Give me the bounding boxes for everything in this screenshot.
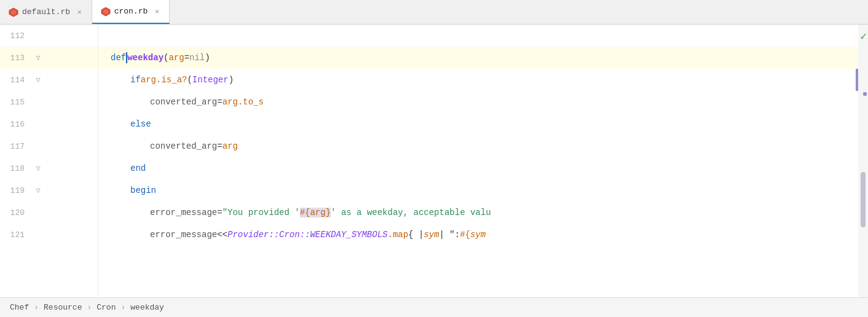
method-to-s: .to_s [238,97,264,107]
mod-provider-cron: Provider::Cron::WEEKDAY_SYMBOLS [227,230,387,240]
op-assign2: = [217,97,222,107]
gutter-row-112: 112 [0,25,98,47]
code-line-121: error_message << Provider::Cron::WEEKDAY… [98,224,858,246]
punct-paren3: ) [229,75,234,85]
line-num-116: 116 [0,120,32,129]
breadcrumb-chef: Chef [10,303,29,312]
scrollbar[interactable]: ✓ [858,25,868,297]
blk-sym2: sym [470,230,486,240]
breadcrumb-resource: Resource [44,303,82,312]
punct-paren-close: ) [205,53,210,63]
status-bar: Chef › Resource › Cron › weekday [0,297,868,317]
code-line-119: begin [98,179,858,202]
sep-3: › [120,303,125,312]
line-num-120: 120 [0,208,32,217]
gutter-icon-114: ▽ [32,76,44,85]
gutter-row-117: 117 [0,135,98,157]
code-line-115: converted_arg = arg.to_s [98,91,858,113]
var-error-message: error_message [150,208,217,217]
param-arg: arg [168,53,184,63]
code-line-112 [98,25,858,47]
line-num-115: 115 [0,98,32,107]
gutter-icon-119: ▽ [32,186,44,195]
code-line-114: if arg.is_a?(Integer) [98,69,858,91]
method-map: .map [387,230,408,240]
code-line-116: else [98,113,858,135]
gutter-row-115: 115 [0,91,98,113]
editor: 112 113 ▽ 114 ▽ 115 116 117 118 [0,25,868,297]
gutter-row-113: 113 ▽ [0,47,98,69]
scrollbar-thumb-1[interactable] [863,92,867,96]
code-lines: def weekday(arg = nil) if arg.is_a?(Inte… [98,25,858,246]
ruby-icon-2 [101,7,111,17]
sep-1: › [34,303,39,312]
param-arg-2: arg [141,75,156,85]
param-arg-3: arg [223,97,238,107]
var-converted-arg: converted_arg [150,97,217,107]
code-line-118: end [98,157,858,179]
op-assign3: = [217,141,222,151]
var-converted-arg2: converted_arg [150,141,217,151]
str-1: "You provided ' [223,208,300,217]
keyword-def: def [111,53,126,63]
code-line-120: error_message = "You provided '#{arg}' a… [98,202,858,224]
line-num-119: 119 [0,186,32,195]
punct-paren2: ( [187,75,192,85]
line-num-113: 113 [0,53,32,63]
keyword-else: else [130,119,151,129]
gutter-row-120: 120 [0,202,98,224]
breadcrumb-weekday: weekday [130,303,164,312]
gutter-row-121: 121 [0,224,98,246]
ruby-icon [9,7,18,17]
line-num-117: 117 [0,142,32,151]
breadcrumb-cron: Cron [97,303,116,312]
param-arg-4: arg [223,141,238,151]
gutter-row-114: 114 ▽ [0,69,98,91]
op-assign4: = [217,208,222,217]
scrollbar-thumb-2[interactable] [861,172,866,227]
gutter-icon-118: ▽ [32,164,44,173]
var-error-message2: error_message [150,230,217,240]
gutter-row-119: 119 ▽ [0,179,98,202]
gutter: 112 113 ▽ 114 ▽ 115 116 117 118 [0,25,98,297]
gutter-row-118: 118 ▽ [0,157,98,179]
sep-2: › [87,303,92,312]
gutter-icon-113: ▽ [32,53,44,63]
keyword-if: if [130,75,141,85]
punct-block: { | [408,230,424,240]
fn-weekday: weekday [127,53,164,63]
class-integer: Integer [192,75,229,85]
code-line-113: def weekday(arg = nil) [98,47,858,69]
gutter-row-116: 116 [0,113,98,135]
method-is-a: .is_a? [156,75,187,85]
tab-cron-rb[interactable]: cron.rb ✕ [92,0,170,24]
keyword-end: end [130,163,146,173]
op-lshift: << [217,230,227,240]
tab-cron-rb-close[interactable]: ✕ [154,6,160,17]
str-2: ' as a weekday, acceptable valu [331,208,491,217]
interpolation-sym: #{ [460,230,470,240]
line-num-121: 121 [0,230,32,240]
keyword-begin: begin [130,186,156,195]
tab-default-rb[interactable]: default.rb ✕ [0,0,92,24]
code-line-117: converted_arg = arg [98,135,858,157]
tab-default-rb-label: default.rb [22,7,70,17]
tab-bar: default.rb ✕ cron.rb ✕ [0,0,868,25]
line-num-114: 114 [0,76,32,85]
punct-paren-open: ( [164,53,168,63]
checkmark-icon: ✓ [860,29,867,43]
blk-sym: sym [424,230,439,240]
interpolation-arg: #{arg} [300,208,331,217]
punct-pipe: | ": [440,230,460,240]
tab-default-rb-close[interactable]: ✕ [76,7,83,17]
code-area[interactable]: def weekday(arg = nil) if arg.is_a?(Inte… [98,25,858,297]
line-num-118: 118 [0,164,32,173]
op-assign: = [184,53,189,63]
line-num-112: 112 [0,31,32,41]
lit-nil: nil [189,53,205,63]
tab-cron-rb-label: cron.rb [114,7,148,16]
